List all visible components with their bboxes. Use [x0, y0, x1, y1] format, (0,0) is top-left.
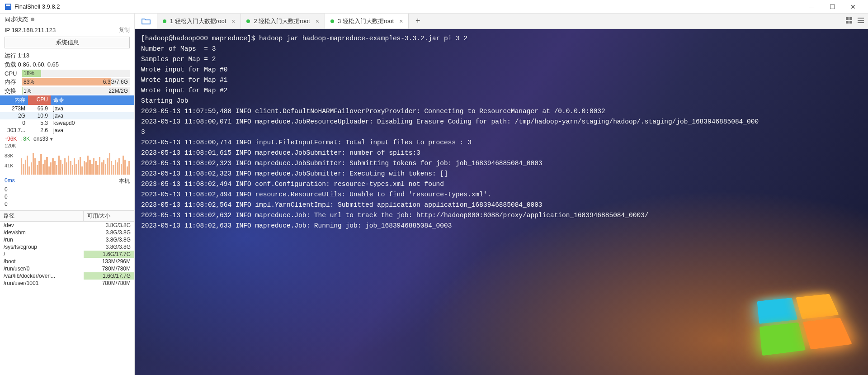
svg-rect-6 [858, 18, 864, 19]
add-tab-button[interactable]: + [409, 14, 427, 28]
uptime-text: 运行 1:13 [0, 51, 134, 60]
svg-rect-3 [849, 17, 852, 20]
load-text: 负载 0.86, 0.60, 0.65 [0, 60, 134, 69]
table-row[interactable]: 2G10.9java [0, 112, 134, 119]
swap-pct: 1% [24, 87, 31, 95]
session-tab[interactable]: 3 轻松入门大数据root× [325, 14, 409, 28]
net-down: ↓8K [20, 136, 30, 142]
net-up: ↑96K [5, 136, 17, 142]
table-row[interactable]: /dev/shm3.8G/3.8G [0, 229, 134, 236]
process-table-header: 内存 CPU 命令 [0, 95, 134, 105]
terminal-output: [hadoop@hadoop000 mapreduce]$ hadoop jar… [135, 29, 868, 375]
table-row[interactable]: /run/user/0780M/780M [0, 265, 134, 272]
system-info-button[interactable]: 系统信息 [5, 37, 130, 48]
status-dot-icon [163, 19, 166, 23]
disk-table: /dev3.8G/3.8G/dev/shm3.8G/3.8G/run3.8G/3… [0, 222, 134, 287]
copy-ip-button[interactable]: 复制 [119, 26, 130, 34]
table-row[interactable]: /boot133M/296M [0, 258, 134, 265]
tab-bar: 1 轻松入门大数据root×2 轻松入门大数据root×3 轻松入门大数据roo… [135, 14, 868, 29]
maximize-button[interactable]: ☐ [822, 0, 843, 14]
status-dot-icon [330, 19, 334, 23]
table-row[interactable]: 303.7...2.6java [0, 127, 134, 134]
close-tab-button[interactable]: × [399, 18, 403, 25]
table-row[interactable]: /run/user/1001780M/780M [0, 280, 134, 287]
grid-view-icon[interactable] [845, 17, 853, 25]
table-row[interactable]: /sys/fs/cgroup3.8G/3.8G [0, 243, 134, 251]
ping-row: 0ms 本机 [0, 176, 134, 186]
titlebar: FinalShell 3.9.8.2 ─ ☐ ✕ [0, 0, 868, 14]
mem-right: 6.3G/7.6G [103, 78, 128, 85]
sync-dot-icon [31, 18, 34, 21]
swap-right: 22M/2G [108, 87, 128, 95]
svg-rect-2 [846, 17, 849, 20]
zeros-block: 0 0 0 [0, 186, 134, 210]
network-summary: ↑96K ↓8K ens33▼ [0, 134, 134, 143]
chart-y1: 83K [5, 153, 14, 158]
mem-label: 内存 [5, 78, 19, 86]
col-mem[interactable]: 内存 [0, 95, 28, 105]
ping-host: 本机 [119, 177, 130, 185]
col-path[interactable]: 路径 [0, 211, 84, 221]
menu-icon[interactable] [857, 17, 864, 25]
cpu-label: CPU [5, 70, 19, 77]
table-row[interactable]: /dev3.8G/3.8G [0, 222, 134, 229]
table-row[interactable]: /run3.8G/3.8G [0, 236, 134, 243]
sync-status: 同步状态 [0, 14, 134, 25]
status-dot-icon [246, 19, 250, 23]
close-tab-button[interactable]: × [316, 18, 319, 25]
svg-rect-8 [858, 22, 864, 23]
app-title: FinalShell 3.9.8.2 [14, 3, 60, 10]
session-tab[interactable]: 2 轻松入门大数据root× [241, 14, 325, 28]
table-row[interactable]: 05.3kswapd0 [0, 119, 134, 127]
svg-rect-7 [858, 20, 864, 21]
swap-metric: 交换 1%22M/2G [0, 86, 134, 95]
table-row[interactable]: /var/lib/docker/overl...1.6G/17.7G [0, 272, 134, 280]
close-button[interactable]: ✕ [843, 0, 863, 14]
col-size[interactable]: 可用/大小 [84, 211, 134, 221]
open-folder-button[interactable] [135, 14, 157, 28]
folder-open-icon [142, 18, 151, 25]
chart-y2: 41K [5, 163, 14, 168]
svg-rect-5 [849, 21, 852, 24]
sync-label: 同步状态 [5, 15, 28, 24]
ping-value: 0ms [5, 177, 15, 185]
terminal[interactable]: [hadoop@hadoop000 mapreduce]$ hadoop jar… [135, 29, 868, 375]
chart-y0: 120K [5, 143, 16, 148]
sidebar: 同步状态 IP 192.168.211.123 复制 系统信息 运行 1:13 … [0, 14, 135, 375]
process-table: 273M66.9java2G10.9java05.3kswapd0303.7..… [0, 105, 134, 134]
app-icon [5, 3, 12, 10]
col-cmd[interactable]: 命令 [51, 95, 134, 105]
close-tab-button[interactable]: × [231, 18, 235, 25]
session-tab[interactable]: 1 轻松入门大数据root× [157, 14, 241, 28]
table-row[interactable]: 273M66.9java [0, 105, 134, 112]
minimize-button[interactable]: ─ [801, 0, 822, 14]
chevron-down-icon: ▼ [49, 137, 54, 142]
svg-rect-1 [6, 5, 10, 6]
cpu-metric: CPU 18% [0, 69, 134, 77]
svg-rect-4 [846, 21, 849, 24]
cpu-pct: 18% [24, 70, 34, 77]
disk-table-header: 路径 可用/大小 [0, 210, 134, 222]
table-row[interactable]: /1.6G/17.7G [0, 251, 134, 258]
ip-address: IP 192.168.211.123 [5, 27, 119, 33]
mem-metric: 内存 83%6.3G/7.6G [0, 77, 134, 86]
col-cpu[interactable]: CPU [28, 95, 51, 105]
net-interface-select[interactable]: ens33▼ [33, 136, 54, 142]
swap-label: 交换 [5, 87, 19, 95]
network-chart: 120K 83K 41K [5, 143, 130, 175]
mem-pct: 83% [24, 78, 34, 85]
